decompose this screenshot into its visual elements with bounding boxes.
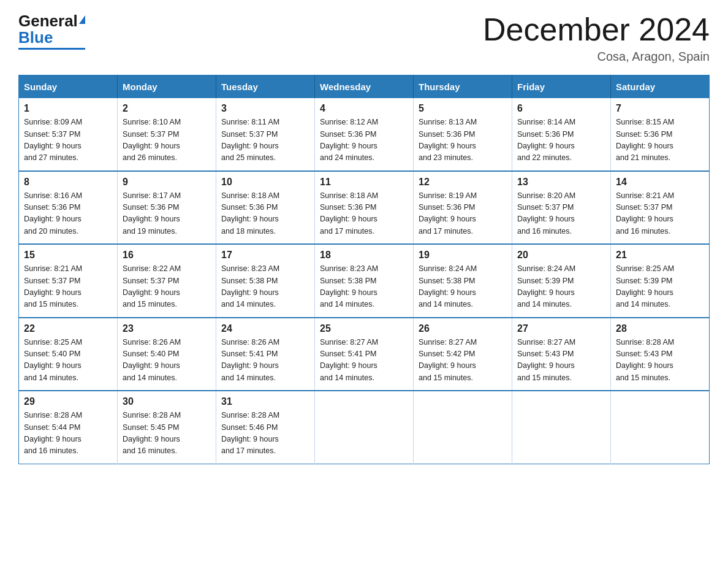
day-info: Sunrise: 8:16 AMSunset: 5:36 PMDaylight:… xyxy=(24,190,112,238)
table-row: 23Sunrise: 8:26 AMSunset: 5:40 PMDayligh… xyxy=(118,318,216,391)
col-monday: Monday xyxy=(118,75,216,99)
calendar-week-row: 29Sunrise: 8:28 AMSunset: 5:44 PMDayligh… xyxy=(19,391,710,464)
day-number: 25 xyxy=(320,323,408,334)
day-number: 7 xyxy=(616,103,704,114)
page-header: General Blue December 2024 Cosa, Aragon,… xyxy=(18,12,710,64)
day-number: 17 xyxy=(221,250,309,261)
day-number: 29 xyxy=(24,396,112,407)
table-row: 26Sunrise: 8:27 AMSunset: 5:42 PMDayligh… xyxy=(414,318,512,391)
calendar-week-row: 1Sunrise: 8:09 AMSunset: 5:37 PMDaylight… xyxy=(19,98,710,171)
col-friday: Friday xyxy=(512,75,611,99)
title-block: December 2024 Cosa, Aragon, Spain xyxy=(483,12,710,64)
day-number: 4 xyxy=(320,103,408,114)
day-number: 31 xyxy=(221,396,309,407)
table-row: 5Sunrise: 8:13 AMSunset: 5:36 PMDaylight… xyxy=(414,98,512,171)
day-number: 20 xyxy=(517,250,605,261)
day-info: Sunrise: 8:21 AMSunset: 5:37 PMDaylight:… xyxy=(616,190,704,238)
day-number: 12 xyxy=(419,177,507,188)
table-row: 22Sunrise: 8:25 AMSunset: 5:40 PMDayligh… xyxy=(19,318,118,391)
month-title: December 2024 xyxy=(483,12,710,47)
table-row xyxy=(512,391,611,464)
day-info: Sunrise: 8:25 AMSunset: 5:39 PMDaylight:… xyxy=(616,263,704,311)
day-info: Sunrise: 8:21 AMSunset: 5:37 PMDaylight:… xyxy=(24,263,112,311)
day-info: Sunrise: 8:26 AMSunset: 5:41 PMDaylight:… xyxy=(221,337,309,385)
calendar-table: Sunday Monday Tuesday Wednesday Thursday… xyxy=(18,75,710,464)
table-row xyxy=(611,391,710,464)
day-number: 9 xyxy=(123,177,211,188)
day-info: Sunrise: 8:18 AMSunset: 5:36 PMDaylight:… xyxy=(221,190,309,238)
day-number: 27 xyxy=(517,323,605,334)
table-row: 11Sunrise: 8:18 AMSunset: 5:36 PMDayligh… xyxy=(315,171,414,245)
table-row: 2Sunrise: 8:10 AMSunset: 5:37 PMDaylight… xyxy=(118,98,216,171)
day-info: Sunrise: 8:17 AMSunset: 5:36 PMDaylight:… xyxy=(123,190,211,238)
day-info: Sunrise: 8:24 AMSunset: 5:39 PMDaylight:… xyxy=(517,263,605,311)
day-info: Sunrise: 8:14 AMSunset: 5:36 PMDaylight:… xyxy=(517,117,605,164)
day-number: 6 xyxy=(517,103,605,114)
table-row: 10Sunrise: 8:18 AMSunset: 5:36 PMDayligh… xyxy=(216,171,315,245)
table-row: 19Sunrise: 8:24 AMSunset: 5:38 PMDayligh… xyxy=(414,244,512,318)
table-row: 15Sunrise: 8:21 AMSunset: 5:37 PMDayligh… xyxy=(19,244,118,318)
day-number: 15 xyxy=(24,250,112,261)
day-number: 21 xyxy=(616,250,704,261)
calendar-week-row: 8Sunrise: 8:16 AMSunset: 5:36 PMDaylight… xyxy=(19,171,710,245)
day-number: 2 xyxy=(123,103,211,114)
table-row: 28Sunrise: 8:28 AMSunset: 5:43 PMDayligh… xyxy=(611,318,710,391)
day-info: Sunrise: 8:13 AMSunset: 5:36 PMDaylight:… xyxy=(419,117,507,164)
table-row: 9Sunrise: 8:17 AMSunset: 5:36 PMDaylight… xyxy=(118,171,216,245)
location-subtitle: Cosa, Aragon, Spain xyxy=(483,50,710,64)
table-row: 16Sunrise: 8:22 AMSunset: 5:37 PMDayligh… xyxy=(118,244,216,318)
day-number: 14 xyxy=(616,177,704,188)
table-row: 27Sunrise: 8:27 AMSunset: 5:43 PMDayligh… xyxy=(512,318,611,391)
day-number: 16 xyxy=(123,250,211,261)
calendar-header-row: Sunday Monday Tuesday Wednesday Thursday… xyxy=(19,75,710,99)
day-number: 11 xyxy=(320,177,408,188)
day-info: Sunrise: 8:27 AMSunset: 5:41 PMDaylight:… xyxy=(320,337,408,385)
day-number: 8 xyxy=(24,177,112,188)
logo: General Blue xyxy=(18,12,85,50)
col-thursday: Thursday xyxy=(414,75,512,99)
col-wednesday: Wednesday xyxy=(315,75,414,99)
day-info: Sunrise: 8:28 AMSunset: 5:45 PMDaylight:… xyxy=(123,410,211,458)
day-number: 28 xyxy=(616,323,704,334)
day-info: Sunrise: 8:27 AMSunset: 5:42 PMDaylight:… xyxy=(419,337,507,385)
day-info: Sunrise: 8:25 AMSunset: 5:40 PMDaylight:… xyxy=(24,337,112,385)
day-info: Sunrise: 8:23 AMSunset: 5:38 PMDaylight:… xyxy=(221,263,309,311)
table-row: 1Sunrise: 8:09 AMSunset: 5:37 PMDaylight… xyxy=(19,98,118,171)
day-number: 23 xyxy=(123,323,211,334)
day-info: Sunrise: 8:24 AMSunset: 5:38 PMDaylight:… xyxy=(419,263,507,311)
day-number: 5 xyxy=(419,103,507,114)
logo-triangle-icon xyxy=(79,15,85,24)
day-info: Sunrise: 8:12 AMSunset: 5:36 PMDaylight:… xyxy=(320,117,408,164)
col-tuesday: Tuesday xyxy=(216,75,315,99)
day-info: Sunrise: 8:27 AMSunset: 5:43 PMDaylight:… xyxy=(517,337,605,385)
day-number: 10 xyxy=(221,177,309,188)
table-row: 29Sunrise: 8:28 AMSunset: 5:44 PMDayligh… xyxy=(19,391,118,464)
table-row: 12Sunrise: 8:19 AMSunset: 5:36 PMDayligh… xyxy=(414,171,512,245)
calendar-week-row: 15Sunrise: 8:21 AMSunset: 5:37 PMDayligh… xyxy=(19,244,710,318)
day-number: 19 xyxy=(419,250,507,261)
day-info: Sunrise: 8:26 AMSunset: 5:40 PMDaylight:… xyxy=(123,337,211,385)
table-row xyxy=(414,391,512,464)
logo-blue-text: Blue xyxy=(18,29,53,47)
table-row: 31Sunrise: 8:28 AMSunset: 5:46 PMDayligh… xyxy=(216,391,315,464)
table-row: 14Sunrise: 8:21 AMSunset: 5:37 PMDayligh… xyxy=(611,171,710,245)
day-info: Sunrise: 8:18 AMSunset: 5:36 PMDaylight:… xyxy=(320,190,408,238)
table-row: 13Sunrise: 8:20 AMSunset: 5:37 PMDayligh… xyxy=(512,171,611,245)
day-number: 24 xyxy=(221,323,309,334)
table-row: 30Sunrise: 8:28 AMSunset: 5:45 PMDayligh… xyxy=(118,391,216,464)
calendar-week-row: 22Sunrise: 8:25 AMSunset: 5:40 PMDayligh… xyxy=(19,318,710,391)
col-sunday: Sunday xyxy=(19,75,118,99)
day-number: 3 xyxy=(221,103,309,114)
logo-underline xyxy=(18,48,85,50)
day-number: 1 xyxy=(24,103,112,114)
table-row: 17Sunrise: 8:23 AMSunset: 5:38 PMDayligh… xyxy=(216,244,315,318)
day-number: 30 xyxy=(123,396,211,407)
table-row: 18Sunrise: 8:23 AMSunset: 5:38 PMDayligh… xyxy=(315,244,414,318)
col-saturday: Saturday xyxy=(611,75,710,99)
table-row: 21Sunrise: 8:25 AMSunset: 5:39 PMDayligh… xyxy=(611,244,710,318)
day-info: Sunrise: 8:15 AMSunset: 5:36 PMDaylight:… xyxy=(616,117,704,164)
day-info: Sunrise: 8:28 AMSunset: 5:46 PMDaylight:… xyxy=(221,410,309,458)
table-row: 6Sunrise: 8:14 AMSunset: 5:36 PMDaylight… xyxy=(512,98,611,171)
day-number: 22 xyxy=(24,323,112,334)
table-row: 7Sunrise: 8:15 AMSunset: 5:36 PMDaylight… xyxy=(611,98,710,171)
